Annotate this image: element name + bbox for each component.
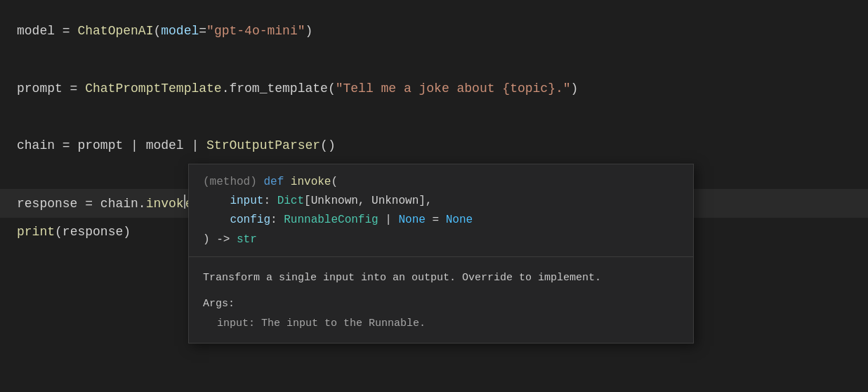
token: input — [230, 195, 263, 207]
token: ) — [123, 222, 131, 242]
token: | — [379, 214, 399, 226]
autocomplete-doc-main: Transform a single input into an output.… — [203, 270, 679, 287]
token: invok — [146, 194, 184, 214]
token: () — [320, 136, 336, 156]
token: : — [270, 214, 284, 226]
token: chain — [17, 136, 55, 156]
token: ChatPromptTemplate — [85, 79, 221, 99]
token: Dict — [277, 195, 304, 207]
code-line-1: model = ChatOpenAI(model="gpt-4o-mini") — [0, 17, 868, 46]
token: ) -> — [203, 233, 237, 246]
token: None — [446, 214, 473, 226]
code-line-2 — [0, 46, 868, 74]
token: .from_template( — [222, 79, 336, 99]
autocomplete-args-detail: input: The input to the Runnable. — [203, 315, 679, 333]
token: = — [63, 79, 85, 99]
token — [203, 195, 230, 207]
token: "gpt-4o-mini" — [206, 21, 305, 41]
token: None — [398, 214, 425, 226]
token: ) — [571, 79, 579, 99]
code-line-3: prompt = ChatPromptTemplate.from_templat… — [0, 74, 868, 103]
token: = — [55, 136, 77, 156]
code-line-4 — [0, 103, 868, 131]
token: model — [17, 21, 55, 41]
token: RunnableConfig — [284, 214, 378, 226]
token: model — [161, 21, 199, 41]
token: = — [55, 21, 77, 41]
token: ( — [153, 21, 161, 41]
token: StrOutputParser — [206, 136, 320, 156]
token: ( — [331, 176, 338, 188]
token: def — [263, 176, 290, 188]
token: [Unknown, Unknown], — [304, 195, 432, 207]
code-line-5: chain = prompt | model | StrOutputParser… — [0, 131, 868, 160]
token: | — [184, 136, 206, 156]
token: ( — [55, 222, 63, 242]
token: chain. — [100, 194, 146, 214]
token — [203, 214, 230, 226]
token: str — [237, 233, 257, 246]
token: | — [123, 136, 145, 156]
token: prompt — [17, 79, 63, 99]
autocomplete-popup: (method) def invoke( input: Dict[Unknown… — [188, 164, 694, 344]
token: = — [199, 21, 206, 41]
autocomplete-args-title: Args: — [203, 296, 679, 313]
token: = — [77, 194, 100, 214]
token: prompt — [77, 136, 123, 156]
token: (method) — [203, 176, 263, 188]
editor-area: model = ChatOpenAI(model="gpt-4o-mini") … — [0, 0, 868, 392]
token: model — [146, 136, 184, 156]
token: ChatOpenAI — [77, 21, 153, 41]
text-cursor — [184, 195, 185, 209]
token: invoke — [291, 176, 331, 188]
token: config — [230, 214, 270, 226]
token: ) — [305, 21, 313, 41]
token: response — [63, 222, 123, 242]
token: response — [17, 194, 77, 214]
token: print — [17, 222, 55, 242]
autocomplete-doc: Transform a single input into an output.… — [189, 257, 693, 343]
token: = — [426, 214, 446, 226]
token: : — [263, 195, 277, 207]
token: "Tell me a joke about {topic}." — [336, 79, 571, 99]
autocomplete-signature: (method) def invoke( input: Dict[Unknown… — [189, 164, 693, 257]
